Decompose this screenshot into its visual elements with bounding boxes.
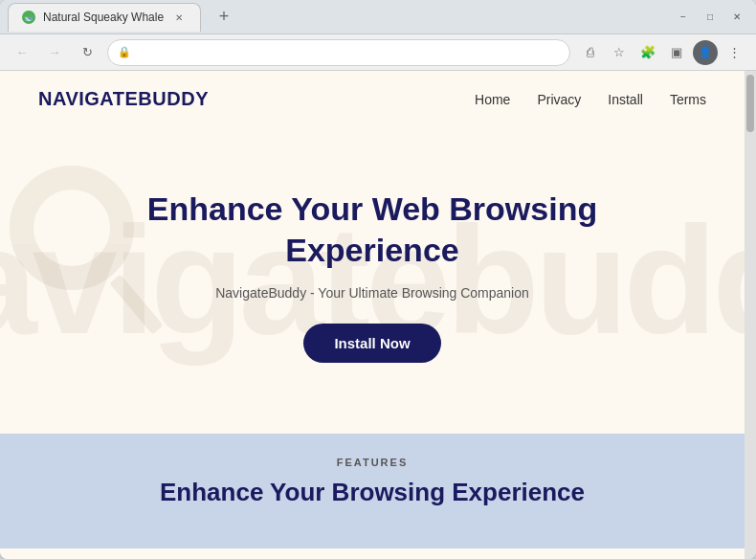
lock-icon: 🔒 (118, 46, 131, 58)
tab-close-button[interactable]: ✕ (171, 10, 187, 25)
sidebar-icon[interactable]: ▣ (664, 40, 689, 65)
url-bar[interactable]: 🔒 (107, 39, 570, 66)
forward-button[interactable]: → (42, 40, 67, 65)
refresh-button[interactable]: ↻ (75, 40, 100, 65)
profile-icon[interactable]: 👤 (693, 40, 718, 65)
install-now-button[interactable]: Install Now (303, 324, 440, 363)
features-section: FEATURES Enhance Your Browsing Experienc… (0, 434, 745, 548)
bookmark-icon[interactable]: ☆ (607, 40, 632, 65)
title-bar-left: 🐋 Natural Squeaky Whale ✕ + (8, 3, 237, 32)
minimize-button[interactable]: − (672, 6, 695, 29)
menu-icon[interactable]: ⋮ (722, 40, 746, 65)
features-label: FEATURES (38, 457, 706, 468)
extensions-icon[interactable]: 🧩 (635, 40, 660, 65)
nav-terms[interactable]: Terms (670, 92, 706, 107)
hero-section: navigatebuddy Enhance Your Web Browsing … (0, 127, 745, 434)
nav-privacy[interactable]: Privacy (537, 92, 581, 107)
site-logo: NAVIGATEBUDDY (38, 88, 209, 110)
address-bar: ← → ↻ 🔒 ⎙ ☆ 🧩 ▣ 👤 ⋮ (0, 34, 756, 71)
hero-title: Enhance Your Web Browsing Experience (104, 189, 640, 270)
site-nav: Home Privacy Install Terms (475, 92, 706, 107)
webpage: NAVIGATEBUDDY Home Privacy Install Terms… (0, 71, 756, 559)
browser-tab[interactable]: 🐋 Natural Squeaky Whale ✕ (8, 3, 201, 32)
back-button[interactable]: ← (10, 40, 34, 65)
nav-home[interactable]: Home (475, 92, 510, 107)
share-icon[interactable]: ⎙ (578, 40, 603, 65)
title-bar: 🐋 Natural Squeaky Whale ✕ + − □ ✕ (0, 0, 756, 34)
hero-subtitle: NavigateBuddy - Your Ultimate Browsing C… (215, 285, 529, 301)
scrollbar[interactable] (745, 71, 756, 559)
maximize-button[interactable]: □ (699, 6, 722, 29)
site-header: NAVIGATEBUDDY Home Privacy Install Terms (0, 71, 745, 127)
new-tab-button[interactable]: + (211, 4, 237, 31)
browser-window: 🐋 Natural Squeaky Whale ✕ + − □ ✕ ← → ↻ … (0, 0, 756, 559)
tab-favicon: 🐋 (22, 11, 35, 24)
page-content: NAVIGATEBUDDY Home Privacy Install Terms… (0, 71, 745, 559)
scrollbar-thumb[interactable] (746, 75, 754, 132)
nav-install[interactable]: Install (608, 92, 643, 107)
close-button[interactable]: ✕ (725, 6, 748, 29)
tab-title: Natural Squeaky Whale (43, 11, 164, 24)
toolbar-icons: ⎙ ☆ 🧩 ▣ 👤 ⋮ (578, 40, 746, 65)
window-controls: − □ ✕ (672, 6, 748, 29)
features-title: Enhance Your Browsing Experience (38, 478, 706, 507)
